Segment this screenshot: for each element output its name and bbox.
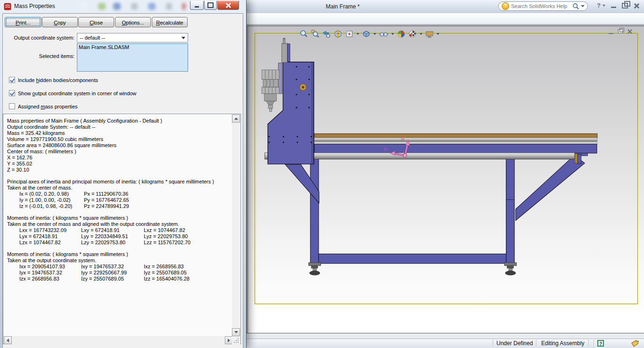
options-button[interactable]: Options... xyxy=(115,17,151,27)
apply-scene-icon[interactable] xyxy=(396,29,406,39)
hide-show-items-icon[interactable] xyxy=(379,29,389,39)
assigned-mass-checkbox-row[interactable]: Assigned mass properties xyxy=(9,103,78,109)
copy-button[interactable]: Copy xyxy=(42,17,78,27)
report-moments-ocs: Moments of inertia: ( kilograms * square… xyxy=(7,251,231,282)
help-button[interactable]: ? xyxy=(597,2,601,9)
triad-x-label: Ix xyxy=(384,147,388,152)
dialog-maximize-button[interactable] xyxy=(204,1,217,10)
tag-icon[interactable] xyxy=(631,340,639,347)
graphics-viewport[interactable]: Iz Ix xyxy=(247,26,644,333)
mass-properties-dialog: Mass Properties Print... Copy Close Opti… xyxy=(0,0,247,348)
spindle-assembly xyxy=(262,70,279,111)
scroll-left-button[interactable] xyxy=(4,336,12,344)
assembly-model: Iz Ix xyxy=(247,26,644,333)
selected-items-listbox[interactable]: Main Frame.SLDASM xyxy=(77,43,188,72)
dialog-caption-buttons xyxy=(190,1,239,10)
print-button[interactable]: Print... xyxy=(5,17,41,27)
report-principal-axes: Principal axes of inertia and principal … xyxy=(7,179,231,209)
dialog-minimize-button[interactable] xyxy=(190,1,204,10)
dialog-titlebar[interactable]: Mass Properties xyxy=(0,0,247,13)
dialog-close-button[interactable] xyxy=(217,1,239,10)
document-title: Main Frame * xyxy=(296,0,390,13)
output-cs-label: Output coordinate system: xyxy=(3,35,74,41)
dialog-title: Mass Properties xyxy=(14,0,55,13)
close-button[interactable]: Close xyxy=(78,17,114,27)
report-line: Output coordinate System: -- default -- xyxy=(7,124,231,130)
scroll-up-button[interactable] xyxy=(232,115,240,123)
combobox-caret-icon xyxy=(182,37,185,39)
solidworks-icon xyxy=(4,3,11,10)
close-icon[interactable] xyxy=(634,3,639,8)
glass-smudge xyxy=(98,3,106,10)
glass-smudge xyxy=(182,3,186,10)
base-frame xyxy=(285,155,585,263)
restore-icon[interactable] xyxy=(622,3,628,8)
display-style-caret[interactable] xyxy=(373,33,376,35)
search-icon[interactable] xyxy=(572,3,579,10)
statusbar-separator xyxy=(594,340,594,347)
resize-grip[interactable] xyxy=(232,336,240,344)
include-hidden-checkbox-row[interactable]: Include hidden bodies/components xyxy=(9,77,98,83)
checkbox-label: Show output coordinate system in corner … xyxy=(18,91,136,96)
statusbar-separator xyxy=(493,340,493,347)
camera-views-caret[interactable] xyxy=(437,33,439,35)
display-style-icon[interactable] xyxy=(362,29,371,39)
statusbar-separator xyxy=(536,340,537,347)
glass-smudge xyxy=(166,3,172,10)
checkbox-label: Include hidden bodies/components xyxy=(18,77,98,83)
heads-up-toolbar xyxy=(299,28,440,40)
editing-mode: Editing Assembly xyxy=(541,339,584,348)
report-horizontal-scrollbar[interactable] xyxy=(4,336,233,344)
show-output-cs-checkbox-row[interactable]: Show output coordinate system in corner … xyxy=(9,90,136,96)
view-orientation-icon[interactable] xyxy=(345,29,354,39)
child-window-controls xyxy=(609,29,632,34)
statusbar-separator xyxy=(588,340,589,347)
show-output-cs-checkbox[interactable] xyxy=(9,90,15,96)
child-restore-icon[interactable] xyxy=(618,29,623,33)
constraint-state: Under Defined xyxy=(496,339,533,348)
help-dropdown-caret[interactable] xyxy=(603,5,605,7)
selected-items-label: Selected items: xyxy=(3,53,74,59)
mass-properties-report: Mass properties of Main Frame ( Assembly… xyxy=(4,115,232,335)
assigned-mass-checkbox[interactable] xyxy=(9,103,15,109)
report-mass: Mass = 325.42 kilograms xyxy=(7,130,231,136)
zoom-to-fit-icon[interactable] xyxy=(299,29,309,39)
output-cs-combobox[interactable]: -- default -- xyxy=(77,33,188,42)
help-search-box[interactable]: ? xyxy=(498,1,588,11)
report-center-of-mass: Center of mass: ( millimeters ) X = 162.… xyxy=(7,149,231,173)
help-bubble-icon: ? xyxy=(502,2,509,10)
view-orientation-caret[interactable] xyxy=(356,33,359,35)
output-cs-value: -- default -- xyxy=(80,35,105,41)
glass-smudge xyxy=(131,3,138,10)
child-close-icon[interactable] xyxy=(627,29,632,34)
report-moments-com: Moments of inertia: ( kilograms * square… xyxy=(7,215,231,246)
mass-properties-report-panel: Mass properties of Main Frame ( Assembly… xyxy=(3,114,241,344)
view-settings-icon[interactable] xyxy=(408,29,417,39)
quick-tips-icon[interactable]: ? xyxy=(597,340,604,347)
hide-show-items-caret[interactable] xyxy=(391,33,394,35)
glass-smudge xyxy=(148,3,156,10)
minimize-icon[interactable] xyxy=(611,7,616,8)
dialog-client-area: Print... Copy Close Options... Recalcula… xyxy=(2,13,243,348)
table-assembly xyxy=(314,133,597,156)
scroll-down-button[interactable] xyxy=(232,328,240,336)
include-hidden-checkbox[interactable] xyxy=(9,77,15,83)
camera-views-icon[interactable] xyxy=(425,29,434,39)
child-minimize-icon[interactable] xyxy=(609,33,613,34)
view-settings-caret[interactable] xyxy=(420,33,422,35)
right-brace xyxy=(516,155,585,220)
recalculate-button[interactable]: Recalculate xyxy=(152,17,188,27)
previous-view-icon[interactable] xyxy=(322,29,331,39)
triad-z-label: Iz xyxy=(401,136,405,141)
search-dropdown-caret[interactable] xyxy=(581,5,585,7)
zoom-to-area-icon[interactable] xyxy=(311,29,320,39)
list-item[interactable]: Main Frame.SLDASM xyxy=(77,44,188,50)
leveling-feet xyxy=(309,263,517,275)
search-input[interactable] xyxy=(509,3,572,9)
report-vertical-scrollbar[interactable] xyxy=(232,115,240,336)
report-surface-area: Surface area = 24808600.86 square millim… xyxy=(7,142,231,149)
glass-smudge xyxy=(80,3,88,10)
section-view-icon[interactable] xyxy=(333,29,343,39)
checkbox-label: Assigned mass properties xyxy=(18,104,78,109)
window-caption-buttons: ? xyxy=(597,2,639,9)
